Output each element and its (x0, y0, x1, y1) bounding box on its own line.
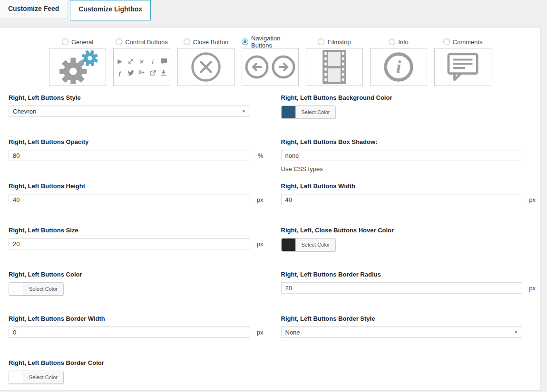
field-buttons-size: Right, Left Buttons Size px (9, 226, 250, 249)
section-filmstrip: Filmstrip (306, 38, 363, 86)
radio-button-info[interactable] (389, 38, 395, 45)
field-border-radius: Right, Left Buttons Border Radius px (281, 270, 523, 294)
border-style-label: Right, Left Buttons Border Style (281, 315, 523, 323)
background-color-picker-button[interactable]: Select Color (281, 105, 336, 119)
navigation-arrows-icon (244, 54, 296, 80)
hover-color-swatch (282, 239, 296, 251)
buttons-width-suffix: px (529, 196, 536, 203)
lightbox-settings-form: Right, Left Buttons Style Chevron ▼ Righ… (0, 86, 540, 392)
field-buttons-style: Right, Left Buttons Style Chevron ▼ (9, 94, 250, 117)
comment-small-icon (160, 58, 167, 65)
select-color-label: Select Color (23, 283, 63, 295)
border-radius-input[interactable] (281, 282, 523, 294)
customize-lightbox-panel: General (0, 28, 541, 391)
navigation-buttons-icon-box[interactable] (242, 48, 299, 86)
box-shadow-hint: Use CSS types (281, 165, 523, 172)
border-style-select[interactable]: None ▼ (281, 326, 523, 338)
buttons-width-input[interactable] (281, 194, 523, 205)
buttons-color-swatch (9, 283, 23, 295)
border-style-value: None (285, 329, 300, 336)
select-color-label: Select Color (296, 239, 336, 251)
section-selector-row: General (0, 28, 540, 86)
radio-close-button[interactable]: Close Button (177, 38, 234, 46)
radio-general[interactable]: General (49, 38, 106, 46)
border-color-picker-button[interactable]: Select Color (9, 371, 64, 384)
external-link-icon (149, 69, 156, 76)
buttons-style-label: Right, Left Buttons Style (9, 94, 250, 102)
buttons-color-picker-button[interactable]: Select Color (9, 282, 64, 296)
control-buttons-icons: ▶ × i f (117, 58, 167, 76)
filmstrip-icon (320, 50, 349, 84)
radio-button-navigation-buttons[interactable] (242, 38, 248, 45)
border-color-label: Right, Left Buttons Border Color (9, 359, 250, 367)
radio-label: Close Button (193, 38, 228, 46)
select-caret-icon: ▼ (242, 109, 246, 114)
tabs-bar: Customize Feed Customize Lightbox (0, 0, 547, 28)
border-width-label: Right, Left Buttons Border Width (9, 315, 250, 323)
radio-button-control-buttons[interactable] (116, 38, 122, 45)
tab-customize-lightbox[interactable]: Customize Lightbox (70, 0, 151, 20)
box-shadow-input[interactable] (281, 150, 523, 161)
border-width-input[interactable] (9, 326, 250, 338)
radio-button-close-button[interactable] (184, 38, 190, 45)
gears-icon (53, 50, 103, 84)
buttons-style-select[interactable]: Chevron ▼ (9, 105, 250, 117)
opacity-input[interactable] (9, 150, 250, 161)
section-general: General (49, 38, 106, 86)
background-color-swatch (282, 106, 296, 118)
buttons-height-input[interactable] (9, 194, 250, 205)
tab-customize-feed[interactable]: Customize Feed (0, 0, 67, 18)
settings-page: Customize Feed Customize Lightbox Genera… (0, 0, 547, 392)
section-navigation-buttons: Navigation Buttons (242, 38, 299, 86)
border-radius-suffix: px (529, 285, 536, 292)
empty-cell (281, 359, 523, 382)
general-icon-box[interactable] (49, 48, 106, 86)
comment-bubble-icon (445, 52, 481, 82)
radio-comments[interactable]: Comments (434, 38, 491, 46)
field-hover-color: Right, Left, Close Buttons Hover Color S… (281, 226, 523, 249)
radio-label: General (71, 38, 93, 46)
radio-button-general[interactable] (62, 38, 68, 45)
field-border-color: Right, Left Buttons Border Color Select … (9, 359, 250, 382)
buttons-size-suffix: px (257, 240, 264, 248)
play-icon: ▶ (117, 58, 124, 65)
border-color-swatch (9, 371, 23, 383)
comments-icon-box[interactable] (434, 48, 491, 86)
section-close-button: Close Button (177, 38, 234, 86)
hover-color-label: Right, Left, Close Buttons Hover Color (281, 226, 523, 234)
opacity-suffix: % (258, 152, 264, 159)
radio-filmstrip[interactable]: Filmstrip (306, 38, 363, 46)
field-background-color: Right, Left Buttons Background Color Sel… (281, 94, 523, 117)
select-caret-icon: ▼ (514, 330, 518, 335)
field-buttons-color: Right, Left Buttons Color Select Color (9, 270, 250, 294)
filmstrip-icon-box[interactable] (306, 48, 363, 86)
radio-navigation-buttons[interactable]: Navigation Buttons (242, 38, 299, 46)
select-color-label: Select Color (23, 371, 63, 383)
control-buttons-icon-box[interactable]: ▶ × i f (113, 48, 170, 86)
buttons-size-label: Right, Left Buttons Size (9, 226, 250, 234)
field-buttons-width: Right, Left Buttons Width px (281, 182, 523, 205)
buttons-height-label: Right, Left Buttons Height (9, 182, 250, 190)
buttons-width-label: Right, Left Buttons Width (281, 182, 523, 190)
fullscreen-icon: × (138, 58, 146, 65)
radio-label: Info (398, 38, 409, 46)
hover-color-picker-button[interactable]: Select Color (281, 238, 336, 251)
radio-button-filmstrip[interactable] (318, 38, 324, 45)
info-icon-box[interactable]: i (370, 48, 427, 86)
buttons-size-input[interactable] (9, 238, 250, 249)
radio-button-comments[interactable] (443, 38, 450, 45)
twitter-icon (127, 69, 135, 76)
info-circle-icon: i (382, 50, 415, 84)
close-button-icon-box[interactable] (177, 48, 234, 86)
radio-label: Control Buttons (125, 38, 168, 46)
google-plus-icon: 8+ (138, 69, 146, 76)
border-width-suffix: px (257, 329, 264, 336)
buttons-height-suffix: px (257, 196, 264, 203)
radio-info[interactable]: Info (370, 38, 427, 46)
download-icon (160, 69, 167, 76)
radio-control-buttons[interactable]: Control Buttons (113, 38, 170, 46)
opacity-label: Right, Left Buttons Opacity (9, 138, 250, 146)
expand-icon (127, 58, 135, 65)
close-circle-icon (189, 50, 223, 84)
svg-text:i: i (396, 57, 401, 77)
